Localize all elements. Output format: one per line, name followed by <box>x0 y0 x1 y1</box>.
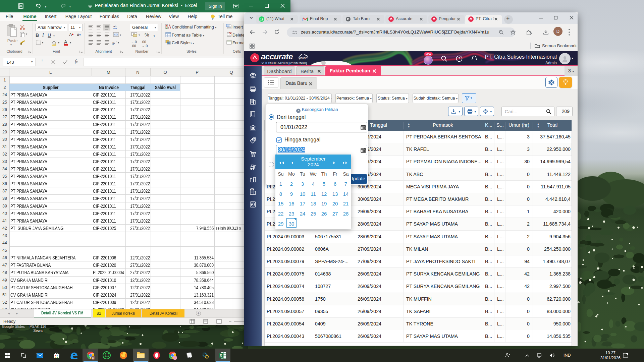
svg-text:ab: ab <box>112 41 115 45</box>
svg-text:X: X <box>220 354 222 357</box>
svg-text:TAX: TAX <box>251 189 254 190</box>
svg-text:11: 11 <box>260 18 263 21</box>
svg-text:%: % <box>167 42 169 44</box>
svg-text:?: ? <box>458 57 460 61</box>
svg-text:ab: ab <box>113 25 116 28</box>
svg-text:Rp: Rp <box>253 139 255 141</box>
